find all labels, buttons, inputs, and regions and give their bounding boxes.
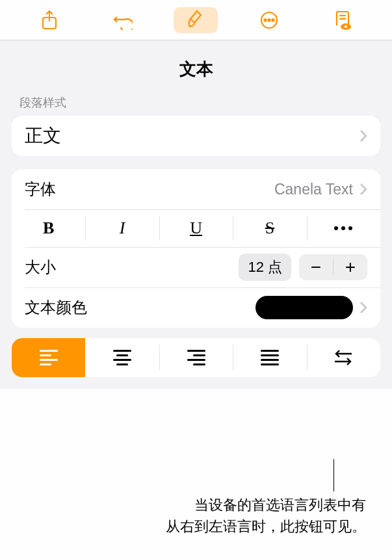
format-button[interactable] xyxy=(174,7,218,33)
paragraph-style-card: 正文 xyxy=(12,116,380,156)
text-color-swatch xyxy=(255,296,353,319)
undo-icon xyxy=(113,10,133,30)
svg-point-8 xyxy=(345,25,347,28)
size-row: 大小 12 点 − + xyxy=(12,247,380,287)
more-text-options-button[interactable] xyxy=(307,209,380,247)
strike-glyph: S xyxy=(265,218,274,238)
font-row[interactable]: 字体 Canela Text xyxy=(12,169,380,209)
paragraph-style-label: 段落样式 xyxy=(20,95,380,111)
format-panel: 文本 段落样式 正文 字体 Canela Text B I U S 大小 xyxy=(0,40,392,389)
chevron-right-icon xyxy=(359,183,367,196)
italic-glyph: I xyxy=(120,218,125,238)
font-label: 字体 xyxy=(25,179,274,200)
callout-leader xyxy=(333,459,334,492)
bold-button[interactable]: B xyxy=(12,209,85,247)
align-justify-button[interactable] xyxy=(233,338,306,377)
callout-line2: 从右到左语言时，此按钮可见。 xyxy=(166,518,366,534)
strikethrough-button[interactable]: S xyxy=(233,209,306,247)
font-card: 字体 Canela Text B I U S 大小 12 点 − + xyxy=(12,169,380,328)
font-style-row: B I U S xyxy=(12,209,380,247)
underline-button[interactable]: U xyxy=(159,209,233,247)
align-justify-icon xyxy=(261,350,279,365)
size-increase-button[interactable]: + xyxy=(333,254,367,280)
ellipsis-icon xyxy=(334,226,352,230)
bold-glyph: B xyxy=(43,218,54,238)
align-right-icon xyxy=(187,350,205,365)
share-icon xyxy=(41,10,58,31)
text-direction-button[interactable] xyxy=(307,338,380,377)
italic-button[interactable]: I xyxy=(85,209,159,247)
panel-title: 文本 xyxy=(12,41,380,95)
size-decrease-button[interactable]: − xyxy=(299,254,333,280)
undo-button[interactable] xyxy=(101,7,145,33)
chevron-right-icon xyxy=(359,129,367,142)
align-left-icon xyxy=(40,350,58,365)
underline-glyph: U xyxy=(190,218,202,238)
align-left-button[interactable] xyxy=(12,338,85,377)
align-center-icon xyxy=(113,350,131,365)
font-value: Canela Text xyxy=(274,181,353,198)
paragraph-style-row[interactable]: 正文 xyxy=(12,116,380,156)
size-value-button[interactable]: 12 点 xyxy=(239,254,291,281)
paintbrush-icon xyxy=(187,10,205,31)
bidi-arrows-icon xyxy=(333,350,353,365)
chevron-right-icon xyxy=(359,301,367,314)
document-eye-icon xyxy=(333,10,352,31)
more-circle-icon xyxy=(259,10,279,30)
svg-point-3 xyxy=(268,19,270,21)
text-color-row[interactable]: 文本颜色 xyxy=(12,287,380,328)
svg-point-4 xyxy=(272,19,274,21)
size-controls: 12 点 − + xyxy=(239,254,367,281)
align-center-button[interactable] xyxy=(85,338,159,377)
align-right-button[interactable] xyxy=(159,338,233,377)
top-toolbar xyxy=(0,0,392,40)
reader-button[interactable] xyxy=(320,7,365,33)
share-button[interactable] xyxy=(27,7,72,33)
svg-point-2 xyxy=(264,19,266,21)
callout-line1: 当设备的首选语言列表中有 xyxy=(194,497,366,513)
alignment-card xyxy=(12,338,380,377)
text-color-label: 文本颜色 xyxy=(25,297,255,318)
paragraph-style-value: 正文 xyxy=(25,124,359,148)
size-label: 大小 xyxy=(25,257,239,278)
callout-text: 当设备的首选语言列表中有 从右到左语言时，此按钮可见。 xyxy=(65,494,366,537)
size-stepper: − + xyxy=(299,254,367,280)
more-button[interactable] xyxy=(247,7,291,33)
